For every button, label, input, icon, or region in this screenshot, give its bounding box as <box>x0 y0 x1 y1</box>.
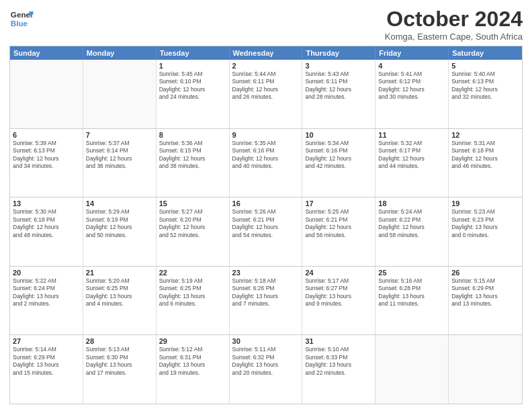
day-info: Sunrise: 5:40 AM Sunset: 6:13 PM Dayligh… <box>451 71 519 101</box>
day-number: 14 <box>86 199 153 208</box>
calendar-header: SundayMondayTuesdayWednesdayThursdayFrid… <box>10 46 522 60</box>
day-info: Sunrise: 5:18 AM Sunset: 6:26 PM Dayligh… <box>232 277 300 308</box>
day-info: Sunrise: 5:31 AM Sunset: 6:18 PM Dayligh… <box>451 140 519 171</box>
day-number: 25 <box>378 269 445 277</box>
calendar-cell: 23Sunrise: 5:18 AM Sunset: 6:26 PM Dayli… <box>230 267 303 335</box>
day-number: 20 <box>13 269 80 277</box>
calendar-cell: 17Sunrise: 5:25 AM Sunset: 6:21 PM Dayli… <box>302 197 375 266</box>
calendar-row: 27Sunrise: 5:14 AM Sunset: 6:29 PM Dayli… <box>10 334 522 404</box>
day-number: 27 <box>13 337 80 345</box>
day-info: Sunrise: 5:14 AM Sunset: 6:29 PM Dayligh… <box>13 346 80 377</box>
day-number: 21 <box>86 269 153 277</box>
day-info: Sunrise: 5:27 AM Sunset: 6:20 PM Dayligh… <box>159 208 226 239</box>
day-number: 31 <box>305 337 372 345</box>
day-number: 19 <box>451 199 519 208</box>
header: General Blue October 2024 Komga, Eastern… <box>9 7 523 42</box>
day-info: Sunrise: 5:37 AM Sunset: 6:14 PM Dayligh… <box>86 140 153 171</box>
day-number: 23 <box>232 269 300 277</box>
header-day-sunday: Sunday <box>10 46 83 60</box>
day-number: 24 <box>305 269 372 277</box>
calendar-cell: 5Sunrise: 5:40 AM Sunset: 6:13 PM Daylig… <box>449 60 522 128</box>
calendar-cell: 27Sunrise: 5:14 AM Sunset: 6:29 PM Dayli… <box>10 335 83 404</box>
calendar-cell: 30Sunrise: 5:11 AM Sunset: 6:32 PM Dayli… <box>230 335 303 404</box>
calendar-cell: 21Sunrise: 5:20 AM Sunset: 6:25 PM Dayli… <box>83 267 157 335</box>
day-info: Sunrise: 5:13 AM Sunset: 6:30 PM Dayligh… <box>86 346 153 377</box>
day-info: Sunrise: 5:11 AM Sunset: 6:32 PM Dayligh… <box>232 346 300 377</box>
header-day-thursday: Thursday <box>302 46 375 60</box>
day-number: 16 <box>232 199 300 208</box>
calendar-cell: 2Sunrise: 5:44 AM Sunset: 6:11 PM Daylig… <box>230 60 303 128</box>
day-number: 4 <box>378 62 445 70</box>
day-info: Sunrise: 5:30 AM Sunset: 6:18 PM Dayligh… <box>13 208 80 239</box>
header-day-saturday: Saturday <box>449 46 522 60</box>
calendar-cell: 8Sunrise: 5:36 AM Sunset: 6:15 PM Daylig… <box>157 129 230 197</box>
day-number: 5 <box>451 62 519 70</box>
calendar-cell: 10Sunrise: 5:34 AM Sunset: 6:16 PM Dayli… <box>302 129 375 197</box>
calendar-cell: 20Sunrise: 5:22 AM Sunset: 6:24 PM Dayli… <box>10 267 83 335</box>
day-info: Sunrise: 5:10 AM Sunset: 6:33 PM Dayligh… <box>305 346 372 377</box>
day-info: Sunrise: 5:15 AM Sunset: 6:29 PM Dayligh… <box>451 277 519 308</box>
calendar-cell: 25Sunrise: 5:16 AM Sunset: 6:28 PM Dayli… <box>375 267 449 335</box>
calendar-cell <box>449 335 522 404</box>
calendar-cell: 13Sunrise: 5:30 AM Sunset: 6:18 PM Dayli… <box>10 197 83 266</box>
calendar-cell: 3Sunrise: 5:43 AM Sunset: 6:11 PM Daylig… <box>302 60 375 128</box>
day-info: Sunrise: 5:20 AM Sunset: 6:25 PM Dayligh… <box>86 277 153 308</box>
day-info: Sunrise: 5:29 AM Sunset: 6:19 PM Dayligh… <box>86 208 153 239</box>
day-info: Sunrise: 5:43 AM Sunset: 6:11 PM Dayligh… <box>305 71 372 101</box>
day-number: 15 <box>159 199 226 208</box>
day-number: 26 <box>451 269 519 277</box>
day-info: Sunrise: 5:12 AM Sunset: 6:31 PM Dayligh… <box>159 346 226 377</box>
calendar-row: 6Sunrise: 5:39 AM Sunset: 6:13 PM Daylig… <box>10 128 522 197</box>
day-number: 12 <box>451 131 519 139</box>
subtitle: Komga, Eastern Cape, South Africa <box>385 32 523 42</box>
calendar-cell: 16Sunrise: 5:26 AM Sunset: 6:21 PM Dayli… <box>230 197 303 266</box>
calendar-cell: 19Sunrise: 5:23 AM Sunset: 6:23 PM Dayli… <box>449 197 522 266</box>
header-day-tuesday: Tuesday <box>157 46 230 60</box>
calendar-cell: 28Sunrise: 5:13 AM Sunset: 6:30 PM Dayli… <box>83 335 157 404</box>
day-info: Sunrise: 5:41 AM Sunset: 6:12 PM Dayligh… <box>378 71 445 101</box>
day-info: Sunrise: 5:39 AM Sunset: 6:13 PM Dayligh… <box>13 140 80 171</box>
day-number: 10 <box>305 131 372 139</box>
calendar-cell: 18Sunrise: 5:24 AM Sunset: 6:22 PM Dayli… <box>375 197 449 266</box>
page: General Blue October 2024 Komga, Eastern… <box>0 0 532 411</box>
day-info: Sunrise: 5:25 AM Sunset: 6:21 PM Dayligh… <box>305 208 372 239</box>
calendar-cell: 1Sunrise: 5:45 AM Sunset: 6:10 PM Daylig… <box>157 60 230 128</box>
day-info: Sunrise: 5:32 AM Sunset: 6:17 PM Dayligh… <box>378 140 445 171</box>
day-number: 30 <box>232 337 300 345</box>
calendar-cell <box>83 60 157 128</box>
calendar-body: 1Sunrise: 5:45 AM Sunset: 6:10 PM Daylig… <box>10 60 522 404</box>
day-number: 1 <box>159 62 226 70</box>
calendar-cell: 31Sunrise: 5:10 AM Sunset: 6:33 PM Dayli… <box>302 335 375 404</box>
day-info: Sunrise: 5:44 AM Sunset: 6:11 PM Dayligh… <box>232 71 300 101</box>
day-number: 18 <box>378 199 445 208</box>
day-info: Sunrise: 5:16 AM Sunset: 6:28 PM Dayligh… <box>378 277 445 308</box>
day-number: 28 <box>86 337 153 345</box>
day-number: 29 <box>159 337 226 345</box>
calendar-cell: 15Sunrise: 5:27 AM Sunset: 6:20 PM Dayli… <box>157 197 230 266</box>
calendar-cell: 12Sunrise: 5:31 AM Sunset: 6:18 PM Dayli… <box>449 129 522 197</box>
day-number: 2 <box>232 62 300 70</box>
calendar-cell: 9Sunrise: 5:35 AM Sunset: 6:16 PM Daylig… <box>230 129 303 197</box>
calendar-cell: 29Sunrise: 5:12 AM Sunset: 6:31 PM Dayli… <box>157 335 230 404</box>
calendar: SundayMondayTuesdayWednesdayThursdayFrid… <box>9 46 523 404</box>
calendar-cell: 6Sunrise: 5:39 AM Sunset: 6:13 PM Daylig… <box>10 129 83 197</box>
day-info: Sunrise: 5:45 AM Sunset: 6:10 PM Dayligh… <box>159 71 226 101</box>
day-info: Sunrise: 5:36 AM Sunset: 6:15 PM Dayligh… <box>159 140 226 171</box>
calendar-cell <box>375 335 449 404</box>
logo: General Blue <box>9 7 34 31</box>
svg-text:Blue: Blue <box>11 19 28 28</box>
day-number: 17 <box>305 199 372 208</box>
calendar-cell: 24Sunrise: 5:17 AM Sunset: 6:27 PM Dayli… <box>302 267 375 335</box>
day-number: 3 <box>305 62 372 70</box>
day-number: 22 <box>159 269 226 277</box>
day-number: 6 <box>13 131 80 139</box>
day-info: Sunrise: 5:23 AM Sunset: 6:23 PM Dayligh… <box>451 208 519 239</box>
day-number: 13 <box>13 199 80 208</box>
calendar-cell: 7Sunrise: 5:37 AM Sunset: 6:14 PM Daylig… <box>83 129 157 197</box>
calendar-cell: 26Sunrise: 5:15 AM Sunset: 6:29 PM Dayli… <box>449 267 522 335</box>
header-day-monday: Monday <box>83 46 157 60</box>
day-number: 8 <box>159 131 226 139</box>
calendar-cell: 22Sunrise: 5:19 AM Sunset: 6:25 PM Dayli… <box>157 267 230 335</box>
day-info: Sunrise: 5:19 AM Sunset: 6:25 PM Dayligh… <box>159 277 226 308</box>
day-info: Sunrise: 5:34 AM Sunset: 6:16 PM Dayligh… <box>305 140 372 171</box>
